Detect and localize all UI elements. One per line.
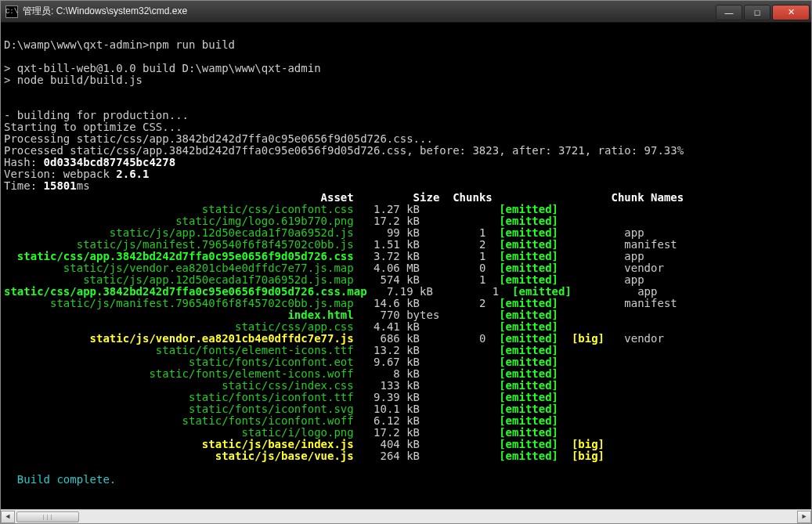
table-row: static/js/app.12d50ecada1f70a6952d.js.ma… [4,274,808,286]
table-row: static/js/vendor.ea8201cb4e0dffdc7e77.js… [4,262,808,274]
horizontal-scrollbar[interactable]: ◄ ||| ► [1,509,811,523]
build-complete-text: Build complete. [17,473,116,486]
prompt-path: D:\wamp\www\qxt-admin> [4,38,149,51]
table-row: index.html 770 bytes [emitted] [4,309,808,321]
building-line: - building for production... [4,110,808,121]
table-row: static/js/manifest.796540f6f8f45702c0bb.… [4,239,808,251]
version-label: Version: webpack [4,168,116,180]
table-row: static/img/logo.619b770.png 17.2 kB [emi… [4,215,808,227]
processing-line: Processing static/css/app.3842bd242d7ffa… [4,133,808,145]
window-title: 管理员: C:\Windows\system32\cmd.exe [23,5,716,18]
app-icon: C:\ [5,5,18,18]
table-row: static/js/base/index.js 404 kB [emitted]… [4,439,808,450]
close-button[interactable]: ✕ [772,5,810,20]
table-row: static/i/logo.png 17.2 kB [emitted] [4,427,808,439]
asset-table: Asset Size Chunks Chunk Names static/css… [4,192,808,462]
header-line: > qxt-bill-web@1.0.0 build D:\wamp\www\q… [4,63,808,74]
scroll-thumb[interactable]: ||| [16,511,79,522]
table-row: static/css/app.3842bd242d7ffa0c95e0656f9… [4,251,808,262]
table-row: static/css/index.css 133 kB [emitted] [4,380,808,392]
prompt-command: npm run build [149,38,235,51]
table-row: static/css/app.css 4.41 kB [emitted] [4,321,808,333]
table-row: static/fonts/iconfont.eot 9.67 kB [emitt… [4,356,808,368]
version-value: 2.6.1 [116,168,149,180]
table-row: static/js/base/vue.js 264 kB [emitted] [… [4,450,808,462]
header-line: > node build/build.js [4,74,808,86]
table-row: static/css/app.3842bd242d7ffa0c95e0656f9… [4,286,808,298]
table-row: static/js/vendor.ea8201cb4e0dffdc7e77.js… [4,333,808,345]
window-controls: — □ ✕ [716,3,811,20]
table-row: static/fonts/iconfont.svg 10.1 kB [emitt… [4,403,808,415]
scroll-track[interactable]: ||| [15,511,797,523]
titlebar[interactable]: C:\ 管理员: C:\Windows\system32\cmd.exe — □… [1,1,811,23]
minimize-button[interactable]: — [716,5,742,20]
time-unit: ms [77,179,90,192]
scroll-right-arrow[interactable]: ► [797,511,811,523]
maximize-button[interactable]: □ [744,5,770,20]
cmd-window: C:\ 管理员: C:\Windows\system32\cmd.exe — □… [0,0,812,524]
table-row: static/fonts/element-icons.woff 8 kB [em… [4,368,808,380]
table-row: static/css/iconfont.css 1.27 kB [emitted… [4,204,808,215]
scroll-left-arrow[interactable]: ◄ [1,511,15,523]
terminal-output[interactable]: D:\wamp\www\qxt-admin>npm run build > qx… [1,23,811,509]
time-value: 15801 [44,179,77,192]
table-row: static/js/app.12d50ecada1f70a6952d.js 99… [4,227,808,239]
hash-label: Hash: [4,156,44,168]
build-complete [4,473,17,486]
time-label: Time: [4,179,44,192]
table-row: static/js/manifest.796540f6f8f45702c0bb.… [4,298,808,309]
table-row: static/fonts/iconfont.ttf 9.39 kB [emitt… [4,392,808,403]
hash-value: 0d0334bcd87745bc4278 [44,156,176,168]
starting-line: Starting to optimize CSS... [4,121,808,133]
table-row: static/fonts/element-icons.ttf 13.2 kB [… [4,345,808,356]
table-row: static/fonts/iconfont.woff 6.12 kB [emit… [4,415,808,427]
processed-line: Processed static/css/app.3842bd242d7ffa0… [4,145,808,157]
